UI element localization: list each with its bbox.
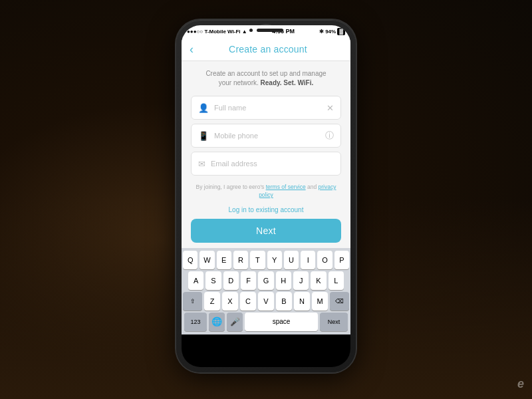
phone-top-bar [182,25,350,35]
key-l[interactable]: L [329,271,344,290]
camera-dot [249,29,253,32]
navigation-bar: ‹ Create an account [182,37,350,61]
phone-input[interactable] [214,132,325,140]
subtitle-text: Create an account to set up and manage y… [191,69,341,88]
screen-content: ‹ Create an account Create an account to… [182,37,350,334]
globe-key[interactable]: 🌐 [209,313,225,331]
phone-bezel: ●●●○○ T-Mobile Wi-Fi ▲ 4:56 PM ✻ 94% ▓ ‹… [182,25,350,367]
keyboard-row-1: Q W E R T Y U I O P [183,251,349,269]
key-t[interactable]: T [250,251,265,269]
key-k[interactable]: K [311,271,326,290]
key-a[interactable]: A [188,271,203,290]
info-icon[interactable]: ⓘ [325,130,334,142]
email-input[interactable] [211,160,334,168]
delete-key[interactable]: ⌫ [330,292,349,311]
terms-text: By joining, I agree to eero's terms of s… [191,184,341,200]
key-e[interactable]: E [217,251,231,269]
email-input-group[interactable]: ✉ [191,152,341,176]
key-o[interactable]: O [317,251,332,269]
keyboard-row-bottom: 123 🌐 🎤 space Next [183,313,349,331]
fullname-input-group[interactable]: 👤 ✕ [191,96,341,120]
form-area: Create an account to set up and manage y… [182,61,350,248]
key-c[interactable]: C [240,292,256,311]
key-n[interactable]: N [294,292,310,311]
scene: ●●●○○ T-Mobile Wi-Fi ▲ 4:56 PM ✻ 94% ▓ ‹… [0,0,532,399]
key-p[interactable]: P [334,251,349,269]
next-button[interactable]: Next [191,219,341,243]
key-i[interactable]: I [301,251,315,269]
key-r[interactable]: R [233,251,248,269]
clear-icon[interactable]: ✕ [327,103,334,113]
keyboard-row-3: ⇧ Z X C V B N M ⌫ [183,292,349,311]
keyboard: Q W E R T Y U I O P A S [182,248,350,334]
person-icon: 👤 [198,103,209,113]
keyboard-next-key[interactable]: Next [320,313,348,331]
key-q[interactable]: Q [183,251,198,269]
phone-device: ●●●○○ T-Mobile Wi-Fi ▲ 4:56 PM ✻ 94% ▓ ‹… [176,20,356,372]
key-f[interactable]: F [241,271,256,290]
shift-key[interactable]: ⇧ [183,292,202,311]
key-u[interactable]: U [284,251,299,269]
key-v[interactable]: V [258,292,274,311]
engadget-watermark: e [517,377,524,391]
space-key[interactable]: space [245,313,318,331]
key-y[interactable]: Y [267,251,282,269]
key-z[interactable]: Z [204,292,220,311]
key-g[interactable]: G [258,271,273,290]
key-w[interactable]: W [200,251,214,269]
keyboard-row-2: A S D F G H J K L [183,271,349,290]
key-b[interactable]: B [276,292,292,311]
phone-icon: 📱 [198,131,209,141]
key-j[interactable]: J [293,271,309,290]
key-d[interactable]: D [223,271,239,290]
key-m[interactable]: M [312,292,328,311]
fullname-input[interactable] [214,104,327,112]
key-x[interactable]: X [222,292,238,311]
login-link[interactable]: Log in to existing account [191,206,341,213]
key-h[interactable]: H [276,271,291,290]
page-title: Create an account [194,44,342,55]
phone-input-group[interactable]: 📱 ⓘ [191,124,341,148]
email-icon: ✉ [198,159,205,169]
speaker-grille [257,29,283,32]
terms-link[interactable]: terms of service [266,184,306,190]
key-s[interactable]: S [205,271,221,290]
numbers-key[interactable]: 123 [184,313,207,331]
mic-key[interactable]: 🎤 [227,313,243,331]
